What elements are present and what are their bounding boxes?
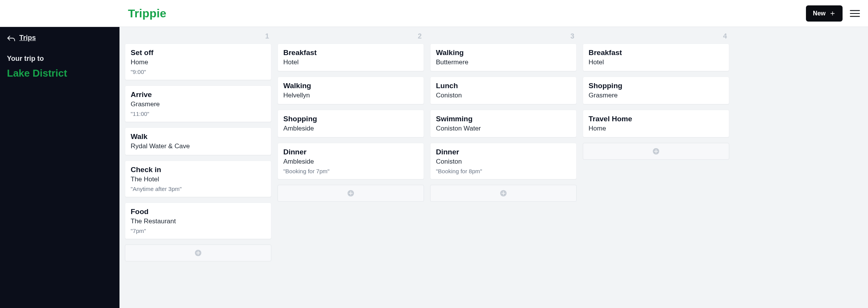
activity-card[interactable]: ShoppingAmbleside <box>278 110 424 137</box>
svg-rect-10 <box>349 193 353 194</box>
card-title: Food <box>131 208 266 216</box>
activity-card[interactable]: WalkingHelvellyn <box>278 77 424 104</box>
card-list: BreakfastHotelShoppingGrasmereTravel Hom… <box>583 44 729 160</box>
card-subtitle: Coniston <box>436 92 571 99</box>
day-column: 4BreakfastHotelShoppingGrasmereTravel Ho… <box>583 31 729 261</box>
column-header: 2 <box>278 31 424 44</box>
plus-circle-icon <box>194 249 202 257</box>
activity-card[interactable]: Set offHome"9:00" <box>125 44 271 80</box>
back-link-label: Trips <box>19 34 36 42</box>
board: 1Set offHome"9:00"ArriveGrasmere"11:00"W… <box>119 27 868 308</box>
card-title: Set off <box>131 49 266 57</box>
column-index: 3 <box>570 32 574 40</box>
card-title: Breakfast <box>589 49 723 57</box>
app-logo: Trippie <box>128 7 167 20</box>
card-subtitle: Grasmere <box>131 100 266 108</box>
card-note: "Anytime after 3pm" <box>131 186 266 192</box>
plus-icon <box>829 10 836 17</box>
add-card-button[interactable] <box>583 143 729 160</box>
card-list: Set offHome"9:00"ArriveGrasmere"11:00"Wa… <box>125 44 271 261</box>
card-subtitle: Hotel <box>283 59 418 66</box>
activity-card[interactable]: Check inThe Hotel"Anytime after 3pm" <box>125 161 271 197</box>
activity-card[interactable]: FoodThe Restaurant"7pm" <box>125 203 271 239</box>
add-card-button[interactable] <box>125 244 271 261</box>
plus-circle-icon <box>500 189 507 197</box>
card-note: "7pm" <box>131 228 266 234</box>
card-title: Walking <box>436 49 571 57</box>
columns: 1Set offHome"9:00"ArriveGrasmere"11:00"W… <box>125 31 864 261</box>
card-subtitle: Rydal Water & Cave <box>131 142 266 150</box>
card-title: Dinner <box>436 148 571 156</box>
card-title: Lunch <box>436 82 571 90</box>
card-title: Dinner <box>283 148 418 156</box>
card-list: BreakfastHotelWalkingHelvellynShoppingAm… <box>278 44 424 202</box>
back-arrow-icon <box>7 35 15 42</box>
card-note: "Booking for 8pm" <box>436 168 571 174</box>
activity-card[interactable]: DinnerAmbleside"Booking for 7pm" <box>278 143 424 179</box>
plus-circle-icon <box>652 147 660 155</box>
card-subtitle: Grasmere <box>589 92 723 99</box>
day-column: 1Set offHome"9:00"ArriveGrasmere"11:00"W… <box>125 31 271 261</box>
trip-name: Lake District <box>7 67 113 79</box>
day-column: 3WalkingButtermereLunchConistonSwimmingC… <box>430 31 577 261</box>
svg-rect-13 <box>501 193 505 194</box>
activity-card[interactable]: DinnerConiston"Booking for 8pm" <box>430 143 577 179</box>
add-card-button[interactable] <box>430 185 577 202</box>
day-column: 2BreakfastHotelWalkingHelvellynShoppingA… <box>278 31 424 261</box>
card-title: Travel Home <box>589 115 723 123</box>
activity-card[interactable]: ShoppingGrasmere <box>583 77 729 104</box>
card-subtitle: Ambleside <box>283 125 418 132</box>
column-header: 1 <box>125 31 271 44</box>
card-title: Breakfast <box>283 49 418 57</box>
activity-card[interactable]: Travel HomeHome <box>583 110 729 137</box>
svg-rect-7 <box>196 253 200 253</box>
app-header: Trippie New <box>0 0 868 27</box>
column-header: 4 <box>583 31 729 44</box>
card-subtitle: The Hotel <box>131 176 266 183</box>
card-subtitle: Coniston <box>436 158 571 166</box>
card-subtitle: Buttermere <box>436 59 571 66</box>
card-subtitle: The Restaurant <box>131 218 266 225</box>
card-title: Walking <box>283 82 418 90</box>
card-subtitle: Helvellyn <box>283 92 418 99</box>
activity-card[interactable]: WalkingButtermere <box>430 44 577 71</box>
card-note: "Booking for 7pm" <box>283 168 418 174</box>
new-button[interactable]: New <box>806 5 843 22</box>
card-subtitle: Ambleside <box>283 158 418 166</box>
card-subtitle: Coniston Water <box>436 125 571 132</box>
back-to-trips[interactable]: Trips <box>7 34 36 42</box>
activity-card[interactable]: LunchConiston <box>430 77 577 104</box>
card-title: Swimming <box>436 115 571 123</box>
new-button-label: New <box>813 10 826 17</box>
activity-card[interactable]: WalkRydal Water & Cave <box>125 127 271 155</box>
column-index: 1 <box>265 32 269 40</box>
add-card-button[interactable] <box>278 185 424 202</box>
card-subtitle: Home <box>589 125 723 132</box>
card-list: WalkingButtermereLunchConistonSwimmingCo… <box>430 44 577 202</box>
svg-rect-16 <box>654 151 658 152</box>
card-title: Arrive <box>131 90 266 99</box>
hamburger-icon <box>850 10 860 17</box>
header-actions: New <box>806 5 860 22</box>
card-subtitle: Hotel <box>589 59 723 66</box>
menu-button[interactable] <box>849 8 860 19</box>
main: Trips Your trip to Lake District 1Set of… <box>0 27 868 308</box>
card-subtitle: Home <box>131 59 266 66</box>
activity-card[interactable]: SwimmingConiston Water <box>430 110 577 137</box>
activity-card[interactable]: BreakfastHotel <box>583 44 729 71</box>
activity-card[interactable]: ArriveGrasmere"11:00" <box>125 85 271 122</box>
your-trip-label: Your trip to <box>7 55 113 63</box>
card-title: Check in <box>131 166 266 174</box>
column-index: 4 <box>723 32 727 40</box>
activity-card[interactable]: BreakfastHotel <box>278 44 424 71</box>
card-note: "9:00" <box>131 69 266 75</box>
card-note: "11:00" <box>131 110 266 117</box>
plus-circle-icon <box>347 189 355 197</box>
column-index: 2 <box>418 32 422 40</box>
card-title: Walk <box>131 132 266 141</box>
sidebar: Trips Your trip to Lake District <box>0 27 119 308</box>
card-title: Shopping <box>283 115 418 123</box>
column-header: 3 <box>430 31 577 44</box>
card-title: Shopping <box>589 82 723 90</box>
